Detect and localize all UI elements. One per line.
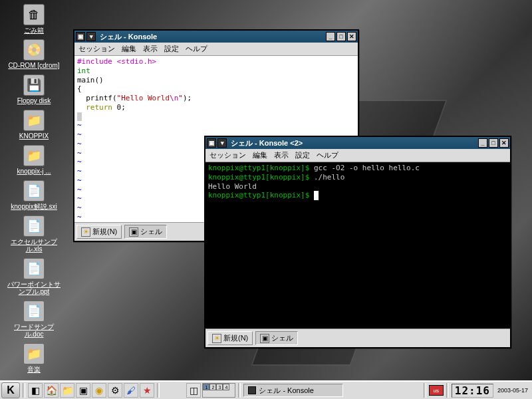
desktop-icon-label: KNOPPIX <box>19 132 49 140</box>
konsole-window-2[interactable]: ▣ ▾ シェル - Konsole <2> _ □ ✕ セッション編集表示設定ヘ… <box>204 136 511 348</box>
desktop-icon-label: knoppix-j ... <box>17 168 51 175</box>
close-button[interactable]: ✕ <box>347 32 356 41</box>
pager-desktop-2[interactable]: 2 <box>209 384 216 390</box>
minimize-button[interactable]: _ <box>326 32 335 41</box>
desktop-icon[interactable]: 📁音楽 <box>4 342 64 374</box>
pager-desktop-4[interactable]: 4 <box>223 384 229 390</box>
pager-desktop-1[interactable]: 1 <box>203 384 209 390</box>
panel-date: 2003-05-17 <box>495 387 531 394</box>
desktop-icon-image: 📄 <box>23 258 45 279</box>
panel-launcher-2[interactable]: 🏠 <box>44 383 59 398</box>
desktop-icon[interactable]: 📁KNOPPIX <box>4 108 64 141</box>
desktop-icon-image: 📁 <box>23 343 45 364</box>
desktop-icon-image: 📁 <box>23 110 45 131</box>
window-title: シェル - Konsole <2> <box>228 138 477 148</box>
desktop-icon-label: パワーポイントサンプル.ppt <box>5 281 63 295</box>
terminal-content[interactable]: knoppix@ttyp1[knoppix]$ gcc -O2 -o hello… <box>205 162 510 329</box>
window-icon: ▣ <box>207 138 216 148</box>
desktop-icon[interactable]: 📀CD-ROM [cdrom] <box>4 38 64 70</box>
desktop-pager[interactable]: 1234 <box>202 383 235 398</box>
desktop-icon-label: 音楽 <box>27 366 41 373</box>
task-icon <box>248 386 256 394</box>
panel-launcher-6[interactable]: ⚙ <box>108 383 122 398</box>
desktop-icon-label: エクセルサンプル.xls <box>5 238 63 253</box>
menu-item[interactable]: 編集 <box>253 150 267 160</box>
desktop-icon[interactable]: 📄エクセルサンプル.xls <box>4 214 64 254</box>
desktop-icon-image: 📄 <box>23 180 45 201</box>
taskbar-entry[interactable]: シェル - Konsole <box>243 384 343 397</box>
window-title: シェル - Konsole <box>97 32 325 42</box>
desktop-icons-area: 🗑ごみ箱📀CD-ROM [cdrom]💾Floppy disk📁KNOPPIX📁… <box>4 3 64 374</box>
show-desktop-button[interactable]: ◫ <box>186 383 201 398</box>
desktop-icon-label: ごみ箱 <box>24 27 44 34</box>
shell-tab[interactable]: ▣シェル <box>255 331 298 345</box>
window-menu-icon[interactable]: ▾ <box>217 138 227 148</box>
keyboard-layout-indicator[interactable]: us <box>429 385 444 396</box>
terminal-cursor <box>314 191 319 200</box>
new-tab-button[interactable]: ☀新規(N) <box>76 225 122 239</box>
desktop-icon[interactable]: 📄knoppix解説.sxi <box>4 179 64 211</box>
desktop-icon[interactable]: 📄パワーポイントサンプル.ppt <box>4 257 64 297</box>
desktop-icon[interactable]: 🗑ごみ箱 <box>4 3 64 35</box>
desktop-icon-label: ワードサンプル.doc <box>5 323 63 338</box>
menu-item[interactable]: 設定 <box>164 44 179 54</box>
desktop-icon[interactable]: 💾Floppy disk <box>4 73 64 106</box>
menu-item[interactable]: ヘルプ <box>186 44 207 54</box>
tab-bar: ☀新規(N) ▣シェル <box>205 329 510 347</box>
panel-launcher-7[interactable]: 🖌 <box>124 383 138 398</box>
pager-desktop-3[interactable]: 3 <box>216 384 223 390</box>
desktop-icon-image: 💾 <box>23 74 45 96</box>
desktop-icon-label: knoppix解説.sxi <box>11 203 57 210</box>
close-button[interactable]: ✕ <box>499 138 509 148</box>
desktop-icon-label: CD-ROM [cdrom] <box>8 62 59 69</box>
desktop-icon-image: 📁 <box>23 145 45 166</box>
menubar: セッション編集表示設定ヘルプ <box>74 43 358 56</box>
new-tab-button[interactable]: ☀新規(N) <box>207 331 253 345</box>
desktop-icon-label: Floppy disk <box>17 97 51 104</box>
panel-launcher-3[interactable]: 📁 <box>60 383 74 398</box>
kmenu-button[interactable]: K <box>1 382 20 398</box>
menubar: セッション編集表示設定ヘルプ <box>205 149 510 162</box>
window-menu-icon[interactable]: ▾ <box>86 32 96 41</box>
menu-item[interactable]: 表示 <box>143 44 158 54</box>
menu-item[interactable]: 編集 <box>122 44 136 54</box>
titlebar[interactable]: ▣ ▾ シェル - Konsole _ □ ✕ <box>74 31 358 43</box>
shell-tab[interactable]: ▣シェル <box>124 225 167 239</box>
menu-item[interactable]: セッション <box>209 150 246 160</box>
task-label: シェル - Konsole <box>259 386 314 396</box>
kde-panel: K ◧ 🏠 📁 ▣ ◉ ⚙ 🖌 ★ ◫ 1234 シェル - Konsole u… <box>0 380 532 399</box>
panel-launcher-8[interactable]: ★ <box>140 383 154 398</box>
desktop-icon[interactable]: 📁knoppix-j ... <box>4 144 64 176</box>
window-icon: ▣ <box>76 32 85 41</box>
desktop-icon-image: 📄 <box>23 215 45 237</box>
desktop-icon-image: 📄 <box>23 301 45 322</box>
menu-item[interactable]: セッション <box>78 44 115 54</box>
desktop-icon[interactable]: 📄ワードサンプル.doc <box>4 299 64 339</box>
panel-launcher-1[interactable]: ◧ <box>28 383 43 398</box>
menu-item[interactable]: 設定 <box>295 150 310 160</box>
desktop-icon-image: 🗑 <box>23 4 45 25</box>
menu-item[interactable]: 表示 <box>274 150 289 160</box>
maximize-button[interactable]: □ <box>489 138 498 148</box>
panel-launcher-4[interactable]: ▣ <box>76 383 90 398</box>
menu-item[interactable]: ヘルプ <box>317 150 338 160</box>
maximize-button[interactable]: □ <box>336 32 346 41</box>
desktop-icon-image: 📀 <box>23 39 45 61</box>
titlebar[interactable]: ▣ ▾ シェル - Konsole <2> _ □ ✕ <box>205 137 510 149</box>
minimize-button[interactable]: _ <box>478 138 487 148</box>
panel-clock[interactable]: 12:16 <box>452 384 493 398</box>
panel-launcher-5[interactable]: ◉ <box>92 383 106 398</box>
